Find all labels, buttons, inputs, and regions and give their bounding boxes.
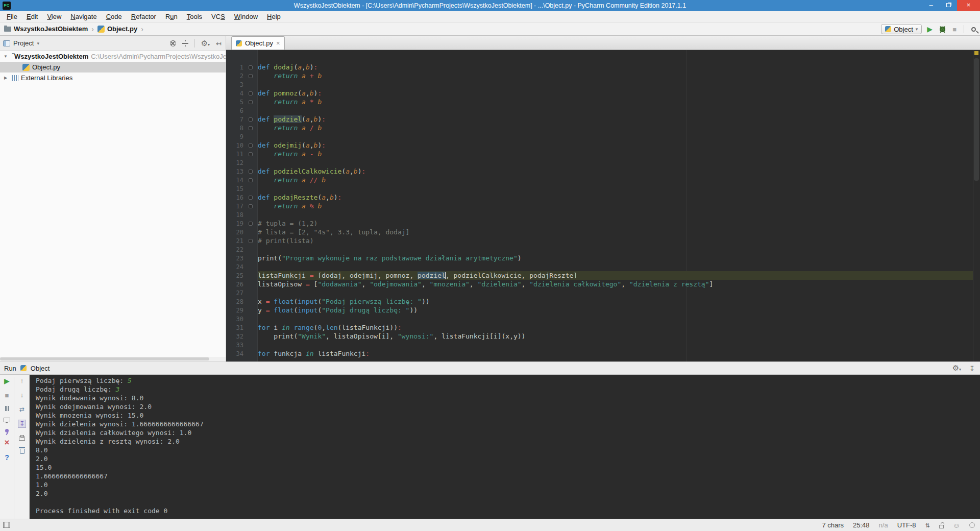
fold-start-icon[interactable] — [243, 115, 258, 124]
line-number[interactable]: 24 — [226, 263, 243, 272]
clear-icon[interactable] — [20, 449, 24, 454]
settings-icon[interactable] — [952, 364, 961, 373]
menu-item-refactor[interactable]: Refactor — [127, 11, 161, 22]
line-number[interactable]: 9 — [226, 133, 243, 141]
line-number[interactable]: 14 — [226, 176, 243, 185]
debug-icon[interactable] — [940, 27, 945, 32]
scrollbar-thumb[interactable] — [974, 58, 979, 181]
stop-icon[interactable] — [5, 392, 9, 399]
line-number[interactable]: 1 — [226, 63, 243, 72]
menu-item-file[interactable]: File — [2, 11, 22, 22]
run-configuration-select[interactable]: Object ▾ — [881, 24, 922, 34]
code-line-33[interactable]: 33 — [226, 341, 973, 349]
status-n-a[interactable]: n/a — [879, 521, 888, 529]
run-play-icon[interactable] — [927, 25, 933, 33]
code-line-2[interactable]: 2 return a + b — [226, 71, 973, 80]
line-number[interactable]: 16 — [226, 194, 243, 202]
code-line-10[interactable]: 10def odejmij(a,b): — [226, 141, 973, 150]
fold-start-icon[interactable] — [243, 89, 258, 98]
code-line-24[interactable]: 24 — [226, 262, 973, 271]
editor-scrollbar[interactable] — [973, 50, 980, 361]
fold-end-icon[interactable] — [243, 124, 258, 132]
status-25-48[interactable]: 25:48 — [853, 521, 870, 529]
code-line-29[interactable]: 29y = float(input("Podaj drugą liczbę: "… — [226, 306, 973, 315]
restore-button[interactable] — [940, 0, 957, 11]
tree-item-external-libraries[interactable]: ▶External Libraries — [0, 73, 226, 83]
fold-start-icon[interactable] — [243, 141, 258, 150]
line-number[interactable]: 10 — [226, 141, 243, 150]
menu-item-code[interactable]: Code — [102, 11, 127, 22]
line-number[interactable]: 18 — [226, 211, 243, 220]
line-number[interactable]: 17 — [226, 202, 243, 211]
fold-start-icon[interactable] — [243, 167, 258, 176]
code-line-15[interactable]: 15 — [226, 184, 973, 193]
menu-item-edit[interactable]: Edit — [22, 11, 42, 22]
project-panel-header[interactable]: Project ▾ — [0, 36, 226, 51]
line-number[interactable]: 33 — [226, 341, 243, 350]
code-line-4[interactable]: 4def pomnoz(a,b): — [226, 89, 973, 98]
encoding-arrows-icon[interactable] — [925, 521, 929, 529]
settings-icon[interactable] — [201, 39, 210, 48]
code-line-20[interactable]: 20# lista = [2, "4s", 3.3, tupla, dodaj] — [226, 228, 973, 236]
line-number[interactable]: 5 — [226, 98, 243, 107]
code-line-14[interactable]: 14 return a // b — [226, 176, 973, 184]
line-number[interactable]: 13 — [226, 167, 243, 176]
collapse-all-icon[interactable] — [182, 40, 188, 46]
line-number[interactable]: 30 — [226, 315, 243, 324]
line-number[interactable]: 21 — [226, 237, 243, 246]
code-line-7[interactable]: 7def podziel(a,b): — [226, 115, 973, 124]
fold-end-icon[interactable] — [243, 150, 258, 158]
down-icon[interactable] — [20, 391, 24, 399]
code-line-30[interactable]: 30 — [226, 315, 973, 323]
code-line-25[interactable]: 25listaFunkcji = [dodaj, odejmij, pomnoz… — [226, 271, 973, 280]
code-line-28[interactable]: 28x = float(input("Podaj pierwszą liczbę… — [226, 297, 973, 306]
rerun-icon[interactable] — [4, 377, 10, 385]
menu-item-navigate[interactable]: Navigate — [66, 11, 101, 22]
inspection-warning-marker[interactable] — [974, 51, 978, 55]
tree-item-wszystkojestobiektem[interactable]: ▼WszystkoJestObiektemC:\Users\Admin\Pych… — [0, 51, 226, 62]
stop-disabled-icon[interactable] — [952, 26, 957, 33]
menu-item-run[interactable]: Run — [161, 11, 182, 22]
menu-item-window[interactable]: Window — [230, 11, 262, 22]
line-number[interactable]: 34 — [226, 350, 243, 358]
line-number[interactable]: 26 — [226, 280, 243, 289]
fold-start-icon[interactable] — [243, 63, 258, 71]
chevron-down-icon[interactable]: ▾ — [37, 41, 39, 46]
line-number[interactable]: 20 — [226, 228, 243, 237]
fold-end-icon[interactable] — [243, 176, 258, 184]
breadcrumb-wszystkojestobiektem[interactable]: WszystkoJestObiektem — [14, 25, 88, 33]
line-number[interactable]: 27 — [226, 289, 243, 298]
line-number[interactable]: 8 — [226, 124, 243, 133]
scroll-end-icon[interactable] — [18, 420, 26, 428]
line-number[interactable]: 6 — [226, 107, 243, 115]
code-line-13[interactable]: 13def podzielCalkowicie(a,b): — [226, 167, 973, 176]
line-number[interactable]: 31 — [226, 324, 243, 332]
tab-object-py[interactable]: Object.py — [231, 36, 285, 50]
hide-icon[interactable] — [216, 40, 222, 47]
hide-down-icon[interactable] — [969, 365, 975, 372]
run-tab-object[interactable]: Object — [31, 365, 50, 372]
soft-wrap-icon[interactable] — [19, 405, 24, 413]
expanded-arrow-icon[interactable]: ▼ — [2, 54, 9, 59]
fold-start-icon[interactable] — [243, 193, 258, 202]
line-number[interactable]: 15 — [226, 185, 243, 194]
close-x-icon[interactable] — [5, 439, 10, 447]
code-line-23[interactable]: 23print("Program wykonuje na raz podstaw… — [226, 254, 973, 262]
code-line-5[interactable]: 5 return a * b — [226, 98, 973, 106]
line-number[interactable]: 23 — [226, 254, 243, 263]
code-line-19[interactable]: 19# tupla = (1,2) — [226, 219, 973, 228]
line-number[interactable]: 12 — [226, 159, 243, 167]
code-line-22[interactable]: 22 — [226, 245, 973, 254]
inspections-icon[interactable] — [953, 521, 960, 529]
line-number[interactable]: 19 — [226, 220, 243, 228]
code-line-11[interactable]: 11 return a - b — [226, 150, 973, 158]
lock-icon[interactable] — [939, 525, 944, 528]
code-line-18[interactable]: 18 — [226, 210, 973, 219]
code-line-16[interactable]: 16def podajReszte(a,b): — [226, 193, 973, 202]
pause-icon[interactable] — [5, 406, 9, 411]
line-number[interactable]: 11 — [226, 150, 243, 159]
run-console[interactable]: Podaj pierwszą liczbę: 5Podaj drugą licz… — [30, 375, 980, 519]
help-icon[interactable] — [5, 453, 9, 462]
tree-item-object-py[interactable]: Object.py — [0, 62, 226, 73]
menu-item-tools[interactable]: Tools — [182, 11, 207, 22]
